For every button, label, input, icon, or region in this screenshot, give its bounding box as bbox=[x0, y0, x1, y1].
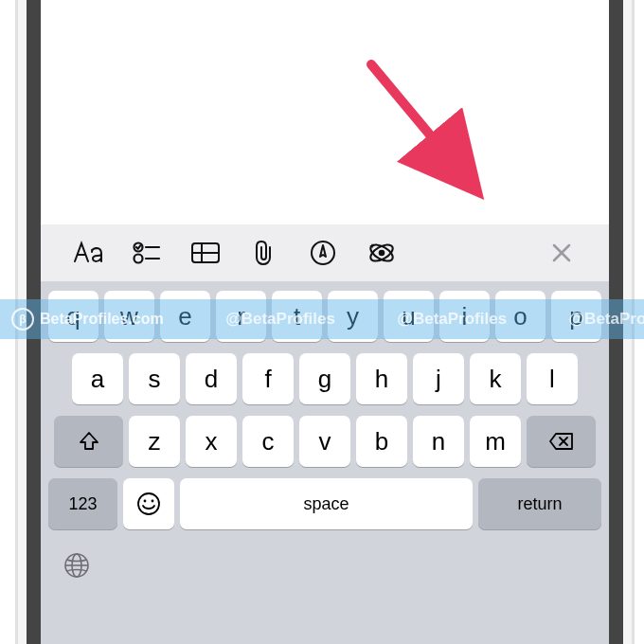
key-t[interactable]: t bbox=[272, 291, 322, 342]
globe-key[interactable] bbox=[58, 546, 96, 584]
emoji-key[interactable] bbox=[123, 478, 174, 529]
key-h[interactable]: h bbox=[356, 353, 407, 404]
svg-point-1 bbox=[134, 255, 143, 263]
space-key[interactable]: space bbox=[180, 478, 473, 529]
svg-point-16 bbox=[144, 500, 147, 503]
notes-canvas[interactable] bbox=[41, 0, 609, 224]
key-b[interactable]: b bbox=[356, 416, 407, 467]
key-a[interactable]: a bbox=[72, 353, 123, 404]
backspace-key[interactable] bbox=[527, 416, 596, 467]
table-button[interactable] bbox=[179, 231, 232, 275]
key-q[interactable]: q bbox=[48, 291, 98, 342]
return-key[interactable]: return bbox=[478, 478, 601, 529]
shift-key[interactable] bbox=[54, 416, 123, 467]
attachment-button[interactable] bbox=[238, 231, 291, 275]
key-j[interactable]: j bbox=[413, 353, 464, 404]
svg-point-17 bbox=[152, 500, 154, 503]
text-format-button[interactable] bbox=[62, 231, 115, 275]
close-toolbar-button[interactable] bbox=[535, 231, 588, 275]
svg-point-10 bbox=[380, 251, 385, 256]
keyboard-row-2: a s d f g h j k l bbox=[41, 353, 609, 416]
keyboard-row-4: 123 space return bbox=[41, 478, 609, 541]
svg-point-15 bbox=[138, 493, 159, 514]
keyboard-row-1: q w e r t y u i o p bbox=[41, 291, 609, 353]
key-g[interactable]: g bbox=[299, 353, 350, 404]
key-i[interactable]: i bbox=[439, 291, 490, 342]
key-d[interactable]: d bbox=[186, 353, 237, 404]
device-bezel: q w e r t y u i o p a s d bbox=[15, 0, 635, 644]
key-w[interactable]: w bbox=[104, 291, 154, 342]
key-c[interactable]: c bbox=[242, 416, 294, 467]
key-l[interactable]: l bbox=[527, 353, 578, 404]
key-e[interactable]: e bbox=[160, 291, 210, 342]
key-z[interactable]: z bbox=[129, 416, 180, 467]
key-x[interactable]: x bbox=[186, 416, 237, 467]
checklist-button[interactable] bbox=[120, 231, 173, 275]
image-playground-button[interactable] bbox=[355, 231, 408, 275]
ios-keyboard: q w e r t y u i o p a s d bbox=[41, 281, 609, 644]
key-s[interactable]: s bbox=[129, 353, 180, 404]
key-m[interactable]: m bbox=[470, 416, 521, 467]
numbers-key[interactable]: 123 bbox=[48, 478, 117, 529]
key-k[interactable]: k bbox=[470, 353, 521, 404]
key-n[interactable]: n bbox=[413, 416, 464, 467]
key-v[interactable]: v bbox=[299, 416, 350, 467]
key-o[interactable]: o bbox=[495, 291, 546, 342]
formatting-toolbar bbox=[41, 224, 609, 281]
keyboard-row-3: z x c v b n m bbox=[41, 416, 609, 478]
key-f[interactable]: f bbox=[242, 353, 294, 404]
device-screen: q w e r t y u i o p a s d bbox=[41, 0, 609, 644]
key-p[interactable]: p bbox=[551, 291, 601, 342]
markup-button[interactable] bbox=[296, 231, 349, 275]
key-y[interactable]: y bbox=[328, 291, 378, 342]
key-u[interactable]: u bbox=[384, 291, 434, 342]
key-r[interactable]: r bbox=[216, 291, 266, 342]
